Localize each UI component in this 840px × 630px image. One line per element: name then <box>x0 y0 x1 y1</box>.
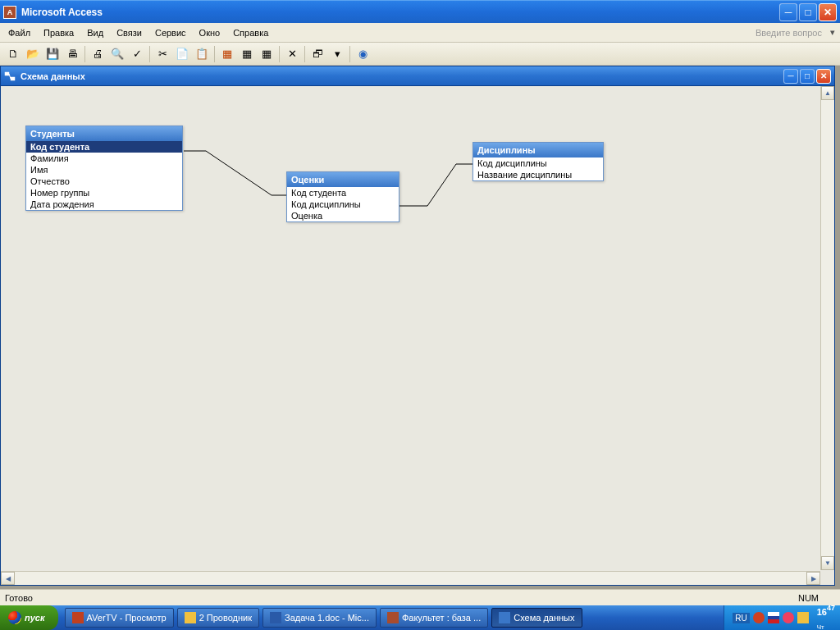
system-tray: RU 1647Чт <box>724 605 840 630</box>
svg-rect-1 <box>11 77 15 80</box>
cut-icon[interactable]: ✂ <box>153 45 171 63</box>
field-name[interactable]: Имя <box>26 164 182 176</box>
access-icon <box>387 612 399 623</box>
schema-titlebar[interactable]: Схема данных ─ □ ✕ <box>1 66 834 86</box>
open-icon[interactable]: 📂 <box>24 45 42 63</box>
table-students-header[interactable]: Студенты <box>26 126 182 141</box>
field-subject-code[interactable]: Код дисциплины <box>473 158 603 169</box>
maximize-button[interactable]: □ <box>799 3 817 21</box>
field-grade-student-code[interactable]: Код студента <box>287 187 399 199</box>
close-button[interactable]: ✕ <box>819 3 837 21</box>
tray-icon-2[interactable] <box>768 612 779 623</box>
field-grade-value[interactable]: Оценка <box>287 210 399 221</box>
clock[interactable]: 1647Чт <box>817 604 835 630</box>
task-word[interactable]: Задача 1.doc - Mic... <box>262 608 377 628</box>
task-avertv[interactable]: AVerTV - Просмотр <box>65 608 174 628</box>
copy-icon[interactable]: 📄 <box>173 45 191 63</box>
field-grade-subject-code[interactable]: Код дисциплины <box>287 199 399 210</box>
field-subject-name[interactable]: Название дисциплины <box>473 169 603 180</box>
scroll-down-icon[interactable]: ▼ <box>821 556 834 570</box>
statusbar: Готово NUM <box>0 589 840 605</box>
schema-icon <box>499 612 510 623</box>
show-direct-icon[interactable]: ▦ <box>238 45 256 63</box>
status-ready: Готово <box>5 593 782 603</box>
schema-title: Схема данных <box>21 71 783 81</box>
menu-edit[interactable]: Правка <box>37 25 80 40</box>
field-surname[interactable]: Фамилия <box>26 153 182 164</box>
spell-icon[interactable]: ✓ <box>128 45 146 63</box>
saveas-icon[interactable]: 🖶 <box>63 45 81 63</box>
language-indicator[interactable]: RU <box>733 613 749 623</box>
status-num: NUM <box>782 593 835 603</box>
scroll-right-icon[interactable]: ▶ <box>806 572 820 585</box>
schema-canvas[interactable]: Студенты Код студента Фамилия Имя Отчест… <box>1 86 834 585</box>
help-icon[interactable]: ◉ <box>354 45 372 63</box>
menu-help[interactable]: Справка <box>226 25 275 40</box>
task-schema[interactable]: Схема данных <box>491 608 582 628</box>
task-label: Факультет : база ... <box>402 613 481 623</box>
delete-icon[interactable]: ✕ <box>283 45 301 63</box>
new-icon[interactable]: 🗋 <box>4 45 22 63</box>
mdi-area: Схема данных ─ □ ✕ Студенты Код студента <box>0 66 840 589</box>
menubar: Файл Правка Вид Связи Сервис Окно Справк… <box>0 23 840 43</box>
horizontal-scrollbar[interactable]: ◀ ▶ <box>1 571 820 585</box>
menu-view[interactable]: Вид <box>80 25 110 40</box>
volume-icon[interactable] <box>797 612 809 623</box>
relationships-icon <box>4 71 16 82</box>
table-students[interactable]: Студенты Код студента Фамилия Имя Отчест… <box>25 126 183 211</box>
show-all-icon[interactable]: ▦ <box>258 45 276 63</box>
toolbar: 🗋 📂 💾 🖶 🖨 🔍 ✓ ✂ 📄 📋 ▦ ▦ ▦ ✕ 🗗 ▾ ◉ <box>0 43 840 66</box>
task-label: AVerTV - Просмотр <box>87 613 167 623</box>
help-dropdown-icon[interactable]: ▾ <box>827 27 838 38</box>
field-group[interactable]: Номер группы <box>26 187 182 199</box>
field-patronymic[interactable]: Отчество <box>26 176 182 187</box>
tray-icon-1[interactable] <box>753 612 765 623</box>
task-access-db[interactable]: Факультет : база ... <box>380 608 488 628</box>
window-icon[interactable]: 🗗 <box>308 45 326 63</box>
schema-minimize-button[interactable]: ─ <box>783 69 798 84</box>
scroll-up-icon[interactable]: ▲ <box>821 86 834 100</box>
vertical-scrollbar[interactable]: ▲ ▼ <box>820 86 834 570</box>
menu-file[interactable]: Файл <box>2 25 37 40</box>
start-button[interactable]: пуск <box>0 605 58 630</box>
menu-tools[interactable]: Сервис <box>148 25 193 40</box>
table-grades[interactable]: Оценки Код студента Код дисциплины Оценк… <box>286 171 399 222</box>
taskbar: пуск AVerTV - Просмотр 2 Проводник Задач… <box>0 605 840 630</box>
svg-line-7 <box>427 164 456 206</box>
task-label: Схема данных <box>514 613 574 623</box>
menu-relationships[interactable]: Связи <box>110 25 148 40</box>
task-explorer[interactable]: 2 Проводник <box>177 608 259 628</box>
menu-window[interactable]: Окно <box>193 25 227 40</box>
svg-rect-0 <box>5 72 9 75</box>
task-label: 2 Проводник <box>199 613 252 623</box>
schema-close-button[interactable]: ✕ <box>816 69 831 84</box>
scroll-left-icon[interactable]: ◀ <box>1 572 15 585</box>
tv-icon <box>72 612 84 623</box>
schema-window: Схема данных ─ □ ✕ Студенты Код студента <box>0 66 835 586</box>
table-subjects[interactable]: Дисциплины Код дисциплины Название дисци… <box>472 142 604 181</box>
start-label: пуск <box>25 613 45 623</box>
tray-icon-3[interactable] <box>783 612 794 623</box>
scroll-corner <box>820 571 834 585</box>
help-search-input[interactable]: Введите вопрос <box>756 28 827 38</box>
minimize-button[interactable]: ─ <box>779 3 797 21</box>
preview-icon[interactable]: 🔍 <box>108 45 126 63</box>
table-subjects-header[interactable]: Дисциплины <box>473 143 603 158</box>
svg-line-2 <box>9 74 11 79</box>
schema-maximize-button[interactable]: □ <box>800 69 815 84</box>
svg-line-4 <box>206 151 272 195</box>
print-icon[interactable]: 🖨 <box>89 45 107 63</box>
field-student-code[interactable]: Код студента <box>26 141 182 153</box>
task-label: Задача 1.doc - Mic... <box>285 613 369 623</box>
app-title: Microsoft Access <box>21 7 779 18</box>
table-grades-header[interactable]: Оценки <box>287 172 399 187</box>
windows-logo-icon <box>8 611 21 624</box>
paste-icon[interactable]: 📋 <box>193 45 211 63</box>
save-icon[interactable]: 💾 <box>43 45 62 63</box>
show-table-icon[interactable]: ▦ <box>218 45 236 63</box>
folder-icon <box>185 612 196 623</box>
word-icon <box>270 612 281 623</box>
field-birthdate[interactable]: Дата рождения <box>26 199 182 210</box>
db-icon[interactable]: ▾ <box>328 45 346 63</box>
app-icon: A <box>3 6 16 19</box>
